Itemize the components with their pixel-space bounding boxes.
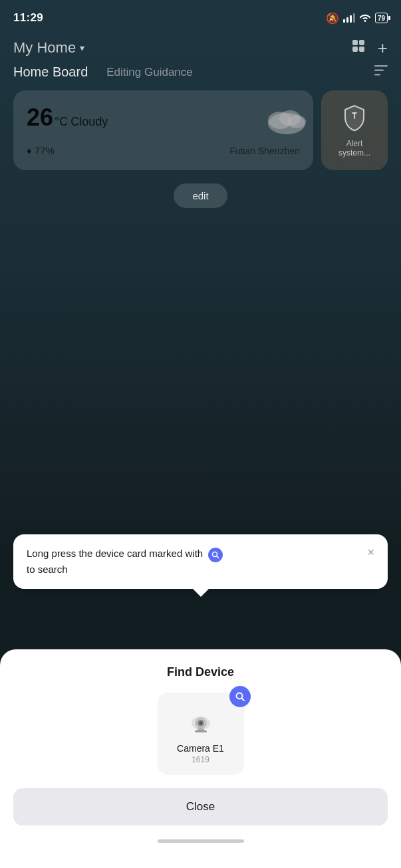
chevron-down-icon: ▾ <box>80 43 84 53</box>
svg-line-14 <box>217 556 219 558</box>
svg-rect-5 <box>374 70 384 72</box>
edit-btn-container: edit <box>0 183 401 208</box>
wifi-icon <box>359 13 371 24</box>
grid-icon[interactable] <box>351 39 366 56</box>
status-icons: 🔕 79 <box>323 12 388 25</box>
tooltip-bubble: Long press the device card marked with t… <box>13 534 388 589</box>
app-header: My Home ▾ + <box>0 33 401 64</box>
signal-icon <box>343 13 355 23</box>
weather-cloud-icon <box>263 100 303 134</box>
add-icon[interactable]: + <box>378 39 388 56</box>
svg-rect-12 <box>354 112 355 119</box>
bell-icon: 🔕 <box>326 12 339 25</box>
menu-icon[interactable] <box>374 65 388 79</box>
svg-line-16 <box>241 699 244 701</box>
status-bar: 11:29 🔕 79 <box>0 0 401 33</box>
tab-editing-guidance[interactable]: Editing Guidance <box>106 66 192 79</box>
tooltip-search-inline <box>208 548 223 562</box>
svg-rect-1 <box>359 40 364 45</box>
svg-rect-0 <box>352 40 358 45</box>
tooltip-text-part1: Long press the device card marked with <box>27 548 203 559</box>
svg-rect-3 <box>359 47 364 52</box>
device-id: 1619 <box>192 755 209 764</box>
device-card[interactable]: Camera E1 1619 <box>158 693 244 775</box>
bottom-sheet-title: Find Device <box>0 649 401 693</box>
home-indicator <box>0 825 401 848</box>
svg-rect-2 <box>352 47 358 52</box>
weather-description: Cloudy <box>70 115 108 129</box>
home-title: My Home <box>13 39 76 56</box>
home-bar <box>158 839 244 843</box>
alert-card[interactable]: Alert system... <box>321 90 388 170</box>
tooltip-text: Long press the device card marked with t… <box>27 546 362 577</box>
shield-icon <box>340 103 369 132</box>
battery-icon: 79 <box>375 13 388 23</box>
cards-area: 26 °C Cloudy ♦ 77% Futian Shenzhen <box>0 90 401 170</box>
close-btn-container: Close <box>0 788 401 825</box>
svg-point-10 <box>287 115 306 128</box>
humidity-text: ♦ 77% <box>27 145 55 156</box>
home-title-row[interactable]: My Home ▾ <box>13 39 84 56</box>
tooltip-text-part2: to search <box>27 564 68 575</box>
tooltip-content: Long press the device card marked with t… <box>27 546 374 577</box>
svg-rect-6 <box>374 74 380 76</box>
bottom-sheet: Find Device <box>0 649 401 868</box>
device-name: Camera E1 <box>177 743 224 754</box>
header-actions: + <box>351 39 388 56</box>
svg-rect-4 <box>374 65 388 67</box>
nav-tabs: Home Board Editing Guidance <box>0 64 401 80</box>
tooltip-close-button[interactable]: × <box>367 546 374 558</box>
location-text: Futian Shenzhen <box>229 146 300 156</box>
device-grid: Camera E1 1619 <box>0 693 401 788</box>
device-search-badge <box>229 686 251 707</box>
camera-icon <box>184 703 217 736</box>
weather-bottom: ♦ 77% Futian Shenzhen <box>27 145 300 156</box>
weather-temperature: 26 <box>27 104 53 132</box>
svg-rect-22 <box>195 730 207 732</box>
weather-card[interactable]: 26 °C Cloudy ♦ 77% Futian Shenzhen <box>13 90 313 170</box>
edit-button[interactable]: edit <box>174 183 227 208</box>
alert-label: Alert system... <box>332 139 377 158</box>
svg-point-20 <box>199 722 202 725</box>
tab-home-board[interactable]: Home Board <box>13 64 88 80</box>
status-time: 11:29 <box>13 11 43 25</box>
close-button[interactable]: Close <box>13 788 388 825</box>
weather-unit: °C <box>55 115 68 129</box>
